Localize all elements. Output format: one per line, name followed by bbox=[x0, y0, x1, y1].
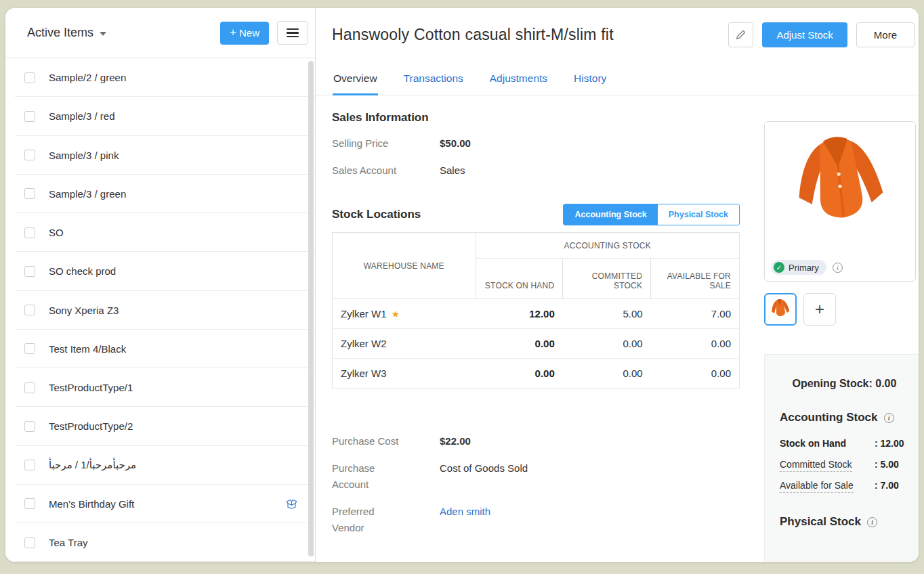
overview-content: Sales Information Selling Price $50.00 S… bbox=[316, 95, 764, 562]
item-checkbox[interactable] bbox=[24, 460, 35, 470]
item-checkbox[interactable] bbox=[24, 150, 35, 160]
list-item[interactable]: Sample/3 / green bbox=[5, 175, 315, 213]
list-item[interactable]: TestProductType/1 bbox=[5, 368, 315, 407]
list-item[interactable]: TestProductType/2 bbox=[5, 407, 315, 445]
stock-on-hand-value: 0.00 bbox=[476, 329, 563, 359]
item-checkbox[interactable] bbox=[24, 227, 35, 238]
stock-summary-panel: Opening Stock: 0.00 Accounting Stock i S… bbox=[764, 354, 919, 562]
stock-on-hand-value: 0.00 bbox=[476, 359, 563, 389]
field-value: Cost of Goods Sold bbox=[440, 460, 528, 493]
warehouse-row: Zylker W3 0.00 0.00 0.00 bbox=[333, 359, 740, 389]
sales-information-section: Sales Information Selling Price $50.00 S… bbox=[332, 111, 764, 179]
field-row: Sales Account Sales bbox=[332, 162, 740, 179]
primary-info-icon[interactable]: i bbox=[833, 263, 843, 273]
item-checkbox[interactable] bbox=[24, 537, 35, 548]
field-row: Preferred Vendor Aden smith bbox=[332, 504, 740, 536]
active-items-dropdown[interactable]: Active Items bbox=[27, 26, 106, 40]
field-row: Purchase Account Cost of Goods Sold bbox=[332, 460, 740, 493]
primary-warehouse-star-icon: ★ bbox=[392, 309, 400, 319]
stock-type-toggle: Accounting StockPhysical Stock bbox=[563, 204, 740, 225]
edit-button[interactable] bbox=[728, 22, 753, 47]
field-label: Purchase Cost bbox=[332, 433, 440, 449]
check-icon: ✓ bbox=[774, 262, 784, 273]
accounting-stock-info-icon[interactable]: i bbox=[884, 413, 894, 423]
list-menu-button[interactable] bbox=[277, 21, 308, 45]
item-checkbox[interactable] bbox=[24, 266, 35, 277]
product-image-card[interactable]: ✓ Primary i bbox=[764, 121, 916, 282]
warehouse-rows: Zylker W1★ 12.00 5.00 7.00 Zylker W2 0.0… bbox=[333, 299, 740, 389]
available-for-sale-value: 7.00 bbox=[651, 299, 740, 329]
list-item[interactable]: Sample/2 / green bbox=[5, 58, 315, 97]
item-detail-header: Hanswooly Cotton casual shirt-M/slim fit… bbox=[316, 8, 919, 62]
item-list: Sample/2 / green Sample/3 / red Sample/3… bbox=[5, 58, 315, 562]
field-label: Purchase Account bbox=[332, 460, 440, 493]
list-item-label: مرحبأمرحبأ/1 / مرحبأ bbox=[49, 459, 136, 471]
field-label: Sales Account bbox=[332, 162, 440, 179]
purchase-information-section: Purchase Cost $22.00 Purchase Account Co… bbox=[332, 433, 764, 536]
item-checkbox[interactable] bbox=[24, 188, 35, 199]
primary-badge-label: Primary bbox=[789, 263, 819, 273]
tab-history[interactable]: History bbox=[573, 72, 607, 95]
accounting-stock-group-header: ACCOUNTING STOCK bbox=[476, 233, 739, 259]
add-image-button[interactable]: + bbox=[803, 293, 836, 326]
item-detail-panel: Hanswooly Cotton casual shirt-M/slim fit… bbox=[316, 8, 919, 562]
list-item-label: Sample/3 / green bbox=[49, 188, 126, 200]
image-badge-row: ✓ Primary i bbox=[771, 260, 843, 275]
header-actions: Adjust Stock More bbox=[728, 22, 915, 47]
list-item[interactable]: Men's Birthday Gift bbox=[5, 485, 315, 523]
toggle-accounting-stock[interactable]: Accounting Stock bbox=[564, 204, 657, 225]
list-item-label: Test Item 4/Black bbox=[49, 343, 126, 355]
item-checkbox[interactable] bbox=[24, 421, 35, 432]
tab-overview[interactable]: Overview bbox=[333, 72, 378, 95]
list-item[interactable]: Tea Tray bbox=[5, 523, 315, 562]
item-checkbox[interactable] bbox=[24, 305, 35, 315]
item-checkbox[interactable] bbox=[24, 111, 35, 122]
stock-summary-row: Committed Stock : 5.00 bbox=[780, 459, 909, 470]
tab-transactions[interactable]: Transactions bbox=[403, 72, 464, 95]
available-for-sale-header: AVAILABLE FOR SALE bbox=[651, 259, 740, 299]
toggle-physical-stock[interactable]: Physical Stock bbox=[658, 204, 739, 225]
list-item[interactable]: Sony Xperia Z3 bbox=[5, 291, 315, 330]
committed-stock-value: 0.00 bbox=[563, 359, 651, 389]
accounting-stock-heading: Accounting Stock i bbox=[780, 411, 909, 424]
stock-summary-row: Stock on Hand : 12.00 bbox=[780, 438, 909, 449]
warehouse-name: Zylker W1 bbox=[341, 308, 387, 319]
list-item[interactable]: SO bbox=[5, 213, 315, 252]
committed-stock-value: 5.00 bbox=[563, 299, 651, 329]
list-item[interactable]: SO check prod bbox=[5, 252, 315, 290]
sales-information-heading: Sales Information bbox=[332, 111, 764, 125]
item-checkbox[interactable] bbox=[24, 498, 35, 509]
preferred-vendor-link[interactable]: Aden smith bbox=[440, 504, 490, 536]
item-checkbox[interactable] bbox=[24, 382, 35, 393]
plus-icon: + bbox=[230, 26, 236, 39]
accounting-stock-rows: Stock on Hand : 12.00 Committed Stock : … bbox=[780, 438, 909, 491]
item-checkbox[interactable] bbox=[24, 72, 35, 83]
more-button[interactable]: More bbox=[856, 22, 915, 47]
committed-stock-value: 0.00 bbox=[563, 329, 651, 359]
available-for-sale-value: 0.00 bbox=[651, 359, 740, 389]
left-list-scrollbar[interactable] bbox=[308, 61, 314, 556]
list-item[interactable]: Sample/3 / pink bbox=[5, 136, 315, 175]
list-item-label: Sony Xperia Z3 bbox=[49, 305, 119, 316]
list-item[interactable]: Test Item 4/Black bbox=[5, 330, 315, 368]
field-row: Purchase Cost $22.00 bbox=[332, 433, 740, 449]
tab-adjustments[interactable]: Adjustments bbox=[489, 72, 548, 95]
list-item[interactable]: Sample/3 / red bbox=[5, 97, 315, 135]
warehouse-row: Zylker W2 0.00 0.00 0.00 bbox=[333, 329, 740, 359]
purchase-fields: Purchase Cost $22.00 Purchase Account Co… bbox=[332, 433, 764, 536]
list-item-label: Sample/3 / red bbox=[49, 110, 115, 122]
list-item[interactable]: مرحبأمرحبأ/1 / مرحبأ bbox=[5, 446, 315, 485]
field-value: $22.00 bbox=[440, 433, 471, 449]
physical-stock-info-icon[interactable]: i bbox=[867, 517, 877, 527]
stock-locations-header-row: Stock Locations Accounting StockPhysical… bbox=[332, 204, 740, 225]
new-item-button[interactable]: + New bbox=[220, 22, 269, 45]
product-thumbnail-image bbox=[768, 297, 793, 322]
image-thumbnail[interactable] bbox=[764, 293, 797, 326]
plus-icon: + bbox=[815, 300, 824, 319]
adjust-stock-button[interactable]: Adjust Stock bbox=[762, 22, 847, 47]
item-checkbox[interactable] bbox=[24, 343, 35, 354]
chevron-down-icon bbox=[100, 32, 106, 36]
field-value: $50.00 bbox=[440, 135, 471, 152]
list-item-label: Men's Birthday Gift bbox=[49, 498, 134, 510]
list-item-label: Sample/2 / green bbox=[49, 72, 126, 83]
